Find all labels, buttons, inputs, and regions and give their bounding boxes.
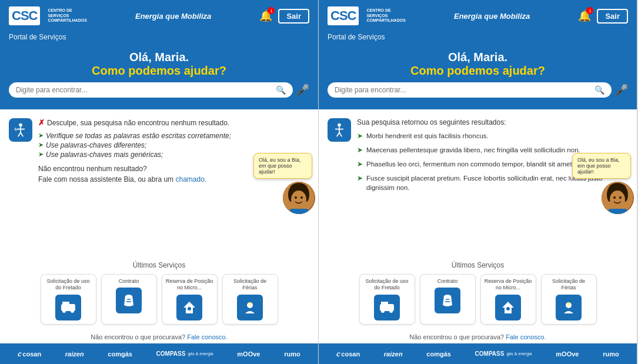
contact-text-1: Não encontrou nenhum resultado? — [38, 165, 147, 173]
svg-rect-16 — [62, 302, 69, 306]
footer-logo-rumo-right: rumo — [603, 350, 619, 358]
svg-point-36 — [381, 309, 385, 313]
card-icon-contrato-right — [435, 288, 460, 313]
bell-icon-left[interactable]: 🔔 1 — [259, 9, 272, 22]
blue-banner-left: Olá, Maria. Como podemos ajudar? 🔍 🎤 — [0, 46, 318, 109]
service-card-fretado-left[interactable]: Solicitação de uso do Fretado — [41, 274, 96, 325]
not-found-text-left: Não encontrou o que procurava? — [91, 333, 185, 340]
x-icon: ✗ — [38, 118, 45, 127]
footer-logo-comgas-right: comgás — [426, 350, 451, 358]
search-button-left[interactable]: 🔍 — [276, 85, 286, 95]
service-card-contrato-right[interactable]: Contrato — [420, 274, 476, 325]
blue-banner-right: Olá, Maria. Como podemos ajudar? 🔍 🎤 — [319, 46, 637, 109]
result-text-1: Morbi hendrerit est quis facilisis rhonc… — [366, 131, 489, 141]
arrow-3: ➤ — [38, 151, 44, 158]
search-bar-left: 🔍 🎤 — [9, 82, 309, 98]
svg-point-14 — [62, 309, 66, 313]
svg-point-41 — [506, 307, 510, 310]
csc-logo-right: CSC — [328, 6, 359, 25]
service-cards-left: Solicitação de uso do Fretado Contrato R… — [9, 274, 309, 325]
header-left: CSC CENTRO DE SERVIÇOS COMPARTILHADOS En… — [0, 0, 318, 32]
footer-logo-rumo-left: rumo — [284, 350, 300, 358]
header-right-left: 🔔 1 Sair — [259, 9, 309, 24]
logo-line2-right: SERVIÇOS — [366, 14, 405, 18]
sair-button-left[interactable]: Sair — [278, 9, 309, 24]
service-card-micro-left[interactable]: Reserva de Posição no Micro... — [162, 274, 218, 325]
sair-button-right[interactable]: Sair — [597, 9, 628, 24]
suggestion-text-3: Use palavras-chaves mais genéricas; — [46, 151, 163, 159]
subheader-left: Portal de Serviços — [0, 32, 318, 46]
result-text-3: Phasellus leo orci, fermentum non commod… — [366, 159, 592, 169]
portal-label-right: Portal de Serviços — [328, 33, 385, 41]
mic-button-right[interactable]: 🎤 — [615, 84, 628, 96]
logo-area-right: CSC CENTRO DE SERVIÇOS COMPARTILHADOS — [328, 6, 406, 25]
error-line: ✗ Desculpe, sua pesquisa não encontrou n… — [38, 118, 231, 127]
result-arrow-3: ➤ — [357, 160, 363, 168]
greeting-line1-right: Olá, Maria. — [328, 51, 628, 64]
ultimos-section-right: Últimos Serviços Solicitação de uso do F… — [319, 255, 637, 330]
card-label-micro-left: Reserva de Posição no Micro... — [166, 278, 213, 292]
footer-text-right: Não encontrou o que procurava? Fale cono… — [319, 330, 637, 343]
portal-label-left: Portal de Serviços — [9, 33, 66, 41]
greeting-line1-left: Olá, Maria. — [9, 51, 309, 64]
logo-line1-right: CENTRO DE — [366, 8, 405, 13]
service-card-micro-right[interactable]: Reserva de Posição no Micro... — [480, 274, 536, 325]
card-label-micro-right: Reserva de Posição no Micro... — [485, 278, 532, 292]
search-wrapper-right: 🔍 — [328, 82, 612, 98]
service-card-ferias-left[interactable]: Solicitação de Férias — [222, 274, 278, 325]
footer-logo-cosan-left: 𝑐cosan — [18, 349, 41, 359]
footer-logo-cosan-right: 𝑐cosan — [336, 349, 360, 359]
search-button-right[interactable]: 🔍 — [594, 85, 604, 95]
card-icon-micro-left — [176, 295, 202, 320]
error-message: Desculpe, sua pesquisa não encontrou nen… — [47, 119, 229, 127]
fale-conosco-link-right[interactable]: Fale conosco. — [506, 333, 546, 340]
svg-point-11 — [300, 196, 303, 199]
fale-conosco-link-left[interactable]: Fale conosco. — [187, 333, 227, 340]
chat-avatar-right[interactable] — [602, 182, 634, 214]
accessibility-icon-left — [9, 118, 32, 142]
search-input-right[interactable] — [335, 86, 591, 94]
accessibility-icon-right — [328, 118, 351, 142]
logo-desc-left: CENTRO DE SERVIÇOS COMPARTILHADOS — [48, 8, 86, 23]
chamado-link[interactable]: chamado. — [175, 175, 206, 183]
service-card-contrato-left[interactable]: Contrato — [101, 274, 157, 325]
card-label-ferias-right: Solicitação de Férias — [545, 278, 593, 292]
arrow-1: ➤ — [38, 132, 44, 139]
suggestion-text-2: Use palavras-chaves diferentes; — [46, 141, 146, 149]
svg-rect-38 — [381, 302, 388, 306]
logo-desc-right: CENTRO DE SERVIÇOS COMPARTILHADOS — [366, 8, 405, 23]
csc-logo-left: CSC — [9, 6, 40, 25]
suggestion-item-3: ➤ Use palavras-chaves mais genéricas; — [38, 151, 231, 159]
svg-point-32 — [613, 196, 616, 199]
right-panel: CSC CENTRO DE SERVIÇOS COMPARTILHADOS En… — [319, 0, 637, 364]
result-arrow-1: ➤ — [357, 132, 363, 140]
arrow-2: ➤ — [38, 141, 44, 149]
footer-logos-right: 𝑐cosan raizen comgás COMPASS gás & energ… — [319, 343, 637, 364]
result-text-2: Maecenas pellentesque gravida libero, ne… — [366, 145, 580, 155]
contact-line: Não encontrou nenhum resultado? Fale com… — [38, 163, 231, 185]
card-icon-fretado-right — [374, 295, 400, 320]
service-card-ferias-right[interactable]: Solicitação de Férias — [541, 274, 597, 325]
bell-icon-right[interactable]: 🔔 1 — [578, 9, 591, 22]
main-content-right: Sua pesquisa retornou os seguintes resul… — [319, 109, 637, 255]
card-icon-micro-right — [495, 295, 521, 320]
svg-rect-12 — [290, 209, 308, 214]
search-input-left[interactable] — [16, 86, 272, 94]
subheader-right: Portal de Serviços — [319, 32, 637, 46]
suggestion-item-1: ➤ Verifique se todas as palavras estão e… — [38, 132, 231, 140]
ultimos-title-left: Últimos Serviços — [9, 261, 309, 269]
logo-line2-left: SERVIÇOS — [48, 14, 86, 18]
svg-point-33 — [619, 196, 622, 199]
service-cards-right: Solicitação de uso do Fretado Contrato R… — [328, 274, 628, 325]
footer-logo-compass-right: COMPASS gás & energia — [475, 350, 532, 357]
no-results-text: ✗ Desculpe, sua pesquisa não encontrou n… — [38, 118, 231, 185]
footer-logos-left: 𝑐cosan raizen comgás COMPASS gás & energ… — [0, 343, 318, 364]
result-item-1: ➤ Morbi hendrerit est quis facilisis rho… — [357, 131, 628, 141]
chat-avatar-left[interactable] — [283, 182, 315, 214]
mic-button-left[interactable]: 🎤 — [296, 84, 309, 96]
service-card-fretado-right[interactable]: Solicitação de uso do Fretado — [359, 274, 415, 325]
ultimos-section-left: Últimos Serviços Solicitação de uso do F… — [0, 255, 318, 330]
result-arrow-2: ➤ — [357, 146, 363, 154]
svg-line-25 — [337, 132, 339, 136]
footer-logo-compass-left: COMPASS gás & energia — [156, 350, 213, 357]
